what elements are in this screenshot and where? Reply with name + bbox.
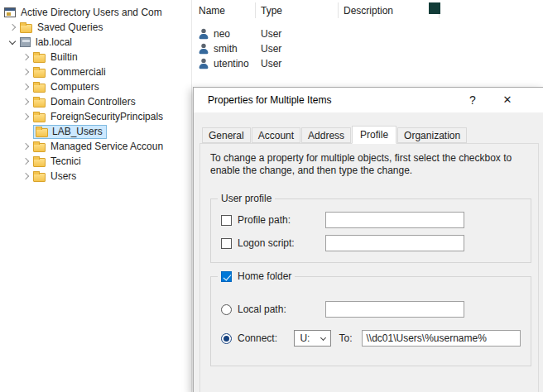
logon-script-row: Logon script:: [221, 234, 521, 252]
logon-script-checkbox[interactable]: [221, 238, 232, 249]
drive-letter-dropdown[interactable]: U:: [294, 330, 330, 347]
tab-address[interactable]: Address: [301, 127, 351, 143]
local-path-row: Local path:: [221, 300, 521, 318]
dialog-title: Properties for Multiple Items: [208, 94, 331, 106]
tab-general[interactable]: General: [202, 127, 251, 143]
tree-item-label: LAB_Users: [52, 124, 103, 139]
user-list: neo User smith User utentino User: [192, 26, 543, 71]
chevron-right-icon[interactable]: [18, 65, 33, 79]
cell-type: User: [261, 28, 281, 40]
tree-item-label: Active Directory Users and Com: [21, 5, 162, 20]
list-header: Name Type Description: [192, 0, 543, 22]
connect-label[interactable]: Connect:: [238, 332, 294, 344]
group-label-text[interactable]: Home folder: [238, 270, 291, 283]
tree-item-label: Saved Queries: [37, 20, 103, 35]
profile-path-input[interactable]: [325, 212, 464, 228]
tab-account[interactable]: Account: [252, 127, 300, 143]
folder-icon: [33, 113, 46, 122]
tree-item-root[interactable]: Active Directory Users and Com: [0, 5, 191, 20]
chevron-down-icon[interactable]: [5, 35, 20, 50]
chevron-right-icon[interactable]: [18, 169, 33, 184]
tree-item-label: ForeignSecurityPrincipals: [50, 109, 163, 124]
cell-name: neo: [214, 28, 230, 40]
tree-item-label: Tecnici: [50, 154, 81, 169]
tab-organization[interactable]: Organization: [397, 127, 467, 143]
list-row[interactable]: utentino User: [192, 56, 457, 71]
home-folder-checkbox[interactable]: [221, 271, 232, 282]
group-label-text: User profile: [221, 193, 272, 205]
tree-item-saved-queries[interactable]: Saved Queries: [0, 20, 191, 35]
connect-radio[interactable]: [221, 333, 232, 344]
help-button[interactable]: ?: [458, 88, 488, 112]
column-header-description[interactable]: Description: [344, 4, 393, 17]
user-icon: [199, 29, 209, 40]
header-dark-icon: [429, 2, 440, 14]
cell-name: utentino: [214, 58, 249, 69]
folder-icon: [36, 128, 48, 137]
profile-tab-page: To change a property for multiple object…: [199, 143, 539, 392]
tree-item-label: Users: [50, 169, 76, 184]
tree-item-computers[interactable]: Computers: [0, 79, 191, 94]
tree-item-label: Domain Controllers: [50, 94, 136, 109]
user-profile-group: User profile Profile path: Logon script:: [210, 198, 531, 263]
list-row[interactable]: smith User: [192, 41, 457, 56]
folder-icon: [33, 143, 46, 152]
dialog-titlebar[interactable]: Properties for Multiple Items ? ✕: [194, 88, 543, 112]
properties-dialog: Properties for Multiple Items ? ✕ Genera…: [193, 87, 543, 392]
chevron-down-icon: [320, 335, 326, 341]
home-folder-path-input[interactable]: [362, 330, 521, 347]
chevron-right-icon[interactable]: [18, 154, 33, 169]
cell-type: User: [261, 58, 281, 69]
chevron-right-icon[interactable]: [18, 139, 33, 154]
tree-pane: Active Directory Users and Com Saved Que…: [0, 0, 191, 392]
chevron-right-icon[interactable]: [18, 94, 33, 109]
logon-script-label[interactable]: Logon script:: [238, 237, 325, 249]
chevron-right-icon[interactable]: [5, 20, 20, 35]
user-icon: [199, 44, 209, 55]
column-header-type[interactable]: Type: [261, 4, 282, 17]
folder-icon: [33, 173, 46, 182]
tree-item-label: Managed Service Accoun: [50, 139, 163, 154]
local-path-radio[interactable]: [221, 304, 232, 315]
folder-icon: [33, 54, 46, 63]
user-icon: [199, 59, 209, 69]
tree-selection[interactable]: LAB_Users: [33, 125, 107, 139]
tree-item-label: Commerciali: [50, 65, 106, 79]
tree-item-builtin[interactable]: Builtin: [0, 50, 191, 65]
home-folder-group: Home folder Local path: Connect: U: To:: [210, 276, 531, 366]
tree-item-domain-controllers[interactable]: Domain Controllers: [0, 94, 191, 109]
tab-strip: General Account Address Profile Organiza…: [202, 126, 468, 143]
close-icon[interactable]: ✕: [493, 88, 522, 112]
tree-item-managed-service-accounts[interactable]: Managed Service Accoun: [0, 139, 191, 154]
local-path-input[interactable]: [325, 301, 464, 318]
column-header-name[interactable]: Name: [199, 4, 225, 17]
tab-profile[interactable]: Profile: [352, 126, 396, 144]
tree-item-tecnici[interactable]: Tecnici: [0, 154, 191, 169]
chevron-right-icon[interactable]: [18, 109, 33, 124]
aduc-window: Active Directory Users and Com Saved Que…: [0, 0, 543, 392]
profile-path-row: Profile path:: [221, 211, 521, 229]
tree-item-label: lab.local: [36, 35, 72, 50]
chevron-slot-empty: [18, 124, 33, 139]
tree-item-foreign-security-principals[interactable]: ForeignSecurityPrincipals: [0, 109, 191, 124]
profile-path-label[interactable]: Profile path:: [238, 214, 325, 226]
domain-icon: [20, 37, 31, 47]
profile-path-checkbox[interactable]: [221, 215, 232, 226]
logon-script-input[interactable]: [325, 235, 464, 251]
local-path-label[interactable]: Local path:: [238, 304, 325, 315]
group-label: Home folder: [218, 270, 295, 283]
tree-item-users[interactable]: Users: [0, 169, 191, 184]
column-separator[interactable]: [255, 2, 256, 18]
to-label: To:: [339, 332, 357, 344]
console-icon: [4, 7, 16, 17]
chevron-right-icon[interactable]: [18, 50, 33, 65]
tree-item-lab-local[interactable]: lab.local: [0, 35, 191, 50]
folder-icon: [33, 84, 46, 93]
tree-item-commerciali[interactable]: Commerciali: [0, 65, 191, 79]
tree-item-lab-users[interactable]: LAB_Users: [0, 124, 191, 139]
chevron-right-icon[interactable]: [18, 79, 33, 94]
column-separator[interactable]: [338, 2, 339, 18]
connect-row: Connect: U: To:: [221, 329, 521, 347]
drive-letter-value: U:: [300, 332, 310, 344]
list-row[interactable]: neo User: [192, 26, 457, 41]
